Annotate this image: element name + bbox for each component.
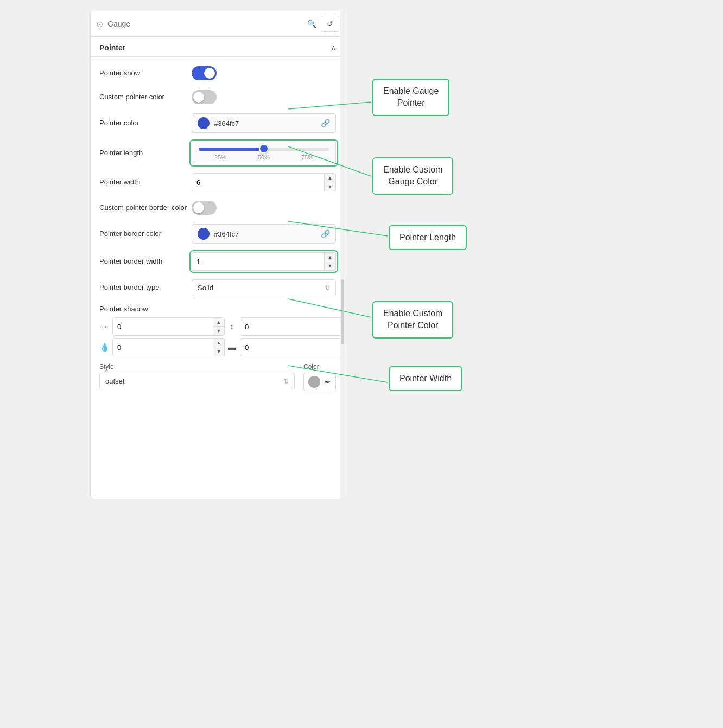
style-color-row: Style outset ⇅ Color ✒ — [91, 359, 345, 395]
style-arrows-icon: ⇅ — [283, 378, 289, 385]
slider-fill — [199, 148, 264, 151]
pointer-border-type-row: Pointer border type Solid ⇅ — [91, 275, 345, 301]
pointer-border-color-hex: #364fc7 — [214, 230, 316, 238]
pointer-show-track — [192, 66, 217, 80]
pointer-border-color-swatch — [198, 228, 210, 240]
shadow-y-cell: ↕ ▲ ▼ — [227, 317, 345, 336]
section-header[interactable]: Pointer ∧ — [91, 37, 345, 57]
shadow-x-input[interactable] — [113, 320, 213, 334]
chevron-up-icon: ∧ — [331, 44, 336, 52]
custom-pointer-color-label: Custom pointer color — [99, 93, 192, 102]
shadow-spread-input[interactable] — [240, 340, 340, 355]
pointer-color-row: Pointer color #364fc7 🔗 — [91, 109, 345, 137]
custom-pointer-border-color-label: Custom pointer border color — [99, 203, 192, 213]
select-arrows-icon: ⇅ — [325, 284, 330, 292]
slider-thumb[interactable] — [259, 144, 269, 154]
scrollbar[interactable] — [340, 11, 345, 499]
pointer-width-spinners: ▲ ▼ — [324, 174, 335, 191]
panel: ⊙ 🔍 ↺ Pointer ∧ Pointer show — [90, 11, 345, 499]
style-label: Style — [99, 363, 295, 371]
shadow-blur-down[interactable]: ▼ — [213, 347, 224, 356]
shadow-blur-input[interactable] — [113, 340, 213, 355]
slider-track[interactable] — [199, 148, 329, 151]
shadow-blur-number-wrap: ▲ ▼ — [112, 338, 225, 356]
pointer-border-width-input[interactable] — [192, 254, 324, 269]
page-wrapper: ⊙ 🔍 ↺ Pointer ∧ Pointer show — [90, 11, 633, 499]
shadow-y-number-wrap: ▲ ▼ — [240, 317, 345, 336]
annotation-gauge-pointer: Enable GaugePointer — [372, 79, 449, 116]
shadow-blur-spinners: ▲ ▼ — [213, 339, 224, 356]
shadow-blur-cell: 💧 ▲ ▼ — [99, 338, 225, 356]
pointer-length-row: Pointer length 25% 50% 75% — [91, 137, 345, 169]
custom-pointer-border-color-row: Custom pointer border color — [91, 196, 345, 220]
section-title: Pointer — [99, 43, 125, 52]
pointer-border-width-down[interactable]: ▼ — [325, 261, 335, 270]
style-select[interactable]: outset ⇅ — [99, 373, 295, 389]
style-col: Style outset ⇅ — [99, 363, 295, 389]
pointer-color-hex: #364fc7 — [214, 119, 316, 127]
annotation-custom-gauge-color: Enable CustomGauge Color — [372, 157, 453, 195]
shadow-blur-icon: 💧 — [99, 343, 109, 352]
shadow-x-input-wrap: ▲ ▼ — [112, 317, 225, 336]
pointer-show-row: Pointer show — [91, 61, 345, 85]
pointer-border-type-select[interactable]: Solid ⇅ — [192, 279, 336, 296]
style-value: outset — [105, 377, 283, 385]
annotation-lines — [345, 11, 627, 499]
shadow-x-up[interactable]: ▲ — [213, 318, 224, 327]
shadow-x-icon: ↔ — [99, 322, 109, 331]
gauge-icon: ⊙ — [96, 19, 103, 29]
custom-pointer-border-color-toggle[interactable] — [192, 201, 336, 215]
shadow-y-input-wrap: ▲ ▼ — [240, 317, 345, 336]
search-icon[interactable]: 🔍 — [307, 20, 316, 28]
pointer-show-thumb — [204, 68, 215, 79]
shadow-blur-up[interactable]: ▲ — [213, 339, 224, 347]
pointer-border-color-input[interactable]: #364fc7 🔗 — [192, 224, 336, 244]
eyedropper-icon[interactable]: ✒ — [325, 378, 331, 386]
pointer-width-up[interactable]: ▲ — [325, 174, 335, 182]
color-col-label: Color — [303, 363, 319, 371]
pointer-border-link-icon[interactable]: 🔗 — [321, 229, 330, 238]
color-picker[interactable]: ✒ — [303, 373, 336, 391]
shadow-x-down[interactable]: ▼ — [213, 327, 224, 335]
pointer-border-width-row: Pointer border width ▲ ▼ — [91, 248, 345, 275]
pointer-border-color-row: Pointer border color #364fc7 🔗 — [91, 220, 345, 248]
pointer-color-swatch — [198, 117, 210, 129]
search-input[interactable] — [107, 20, 303, 28]
custom-pointer-border-color-track — [192, 201, 217, 215]
pointer-show-toggle[interactable] — [192, 66, 336, 80]
pointer-border-width-input-wrap: ▲ ▼ — [192, 252, 336, 271]
pointer-color-input[interactable]: #364fc7 🔗 — [192, 113, 336, 133]
pointer-width-control: ▲ ▼ — [192, 173, 336, 191]
slider-label-50: 50% — [258, 154, 270, 161]
pointer-width-input-wrap: ▲ ▼ — [192, 173, 336, 191]
pointer-border-width-up[interactable]: ▲ — [325, 253, 335, 261]
custom-pointer-color-row: Custom pointer color — [91, 85, 345, 109]
slider-labels: 25% 50% 75% — [199, 154, 329, 161]
annotation-pointer-length: Pointer Length — [389, 225, 467, 250]
pointer-width-down[interactable]: ▼ — [325, 182, 335, 191]
slider-label-25: 25% — [214, 154, 226, 161]
form-body: Pointer show Custom pointer color — [91, 57, 345, 400]
pointer-length-label: Pointer length — [99, 149, 192, 158]
shadow-y-input[interactable] — [240, 320, 340, 334]
pointer-width-input[interactable] — [192, 175, 324, 190]
custom-pointer-color-control — [192, 90, 336, 104]
pointer-shadow-label: Pointer shadow — [91, 301, 345, 315]
shadow-x-cell: ↔ ▲ ▼ — [99, 317, 225, 336]
pointer-border-width-spinners: ▲ ▼ — [324, 253, 335, 270]
pointer-border-color-control[interactable]: #364fc7 🔗 — [192, 224, 336, 244]
search-bar: ⊙ 🔍 ↺ — [91, 11, 345, 37]
shadow-spread-cell: ▬ ▲ ▼ — [227, 338, 345, 356]
pointer-length-control: 25% 50% 75% — [192, 142, 336, 164]
pointer-show-label: Pointer show — [99, 69, 192, 78]
pointer-color-control[interactable]: #364fc7 🔗 — [192, 113, 336, 133]
refresh-button[interactable]: ↺ — [321, 16, 339, 32]
scrollbar-thumb[interactable] — [341, 279, 344, 344]
shadow-color-swatch — [308, 376, 320, 388]
pointer-length-slider-wrap[interactable]: 25% 50% 75% — [192, 142, 336, 164]
link-icon[interactable]: 🔗 — [321, 119, 330, 127]
color-col: Color ✒ — [303, 363, 336, 391]
pointer-show-control — [192, 66, 336, 80]
slider-label-75: 75% — [301, 154, 313, 161]
custom-pointer-color-toggle[interactable] — [192, 90, 336, 104]
